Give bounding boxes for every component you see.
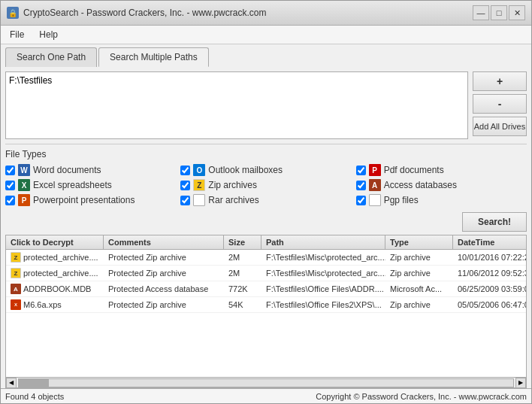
minimize-button[interactable]: — (473, 5, 489, 20)
found-objects-label: Found 4 objects (5, 392, 64, 401)
zip-label: Zip archives (208, 180, 257, 190)
add-all-drives-button[interactable]: Add All Drives (473, 117, 527, 136)
rar-icon (193, 194, 205, 206)
cell-type-0: Zip archive (385, 250, 453, 265)
close-button[interactable]: ✕ (509, 5, 525, 20)
checkbox-access[interactable] (356, 181, 366, 190)
row-icon-0: Z (11, 252, 21, 263)
header-size[interactable]: Size (224, 235, 261, 249)
table-row[interactable]: Z protected_archive.... Protected Zip ar… (6, 266, 526, 281)
table-row[interactable]: A ADDRBOOK.MDB Protected Access database… (6, 281, 526, 297)
checkbox-zip[interactable] (180, 181, 190, 190)
checkbox-excel[interactable] (5, 181, 15, 190)
main-content: F:\Testfiles + - Add All Drives File Typ… (1, 67, 531, 388)
pgp-label: Pgp files (384, 195, 419, 205)
filetype-pdf: P Pdf documents (356, 164, 527, 176)
maximize-button[interactable]: □ (491, 5, 507, 20)
header-type[interactable]: Type (385, 235, 453, 249)
cell-name-3: X M6.6a.xps (6, 297, 104, 312)
cell-comments-3: Protected Zip archive (104, 297, 224, 312)
title-bar: 🔒 CryptoSearch - Password Crackers, Inc.… (1, 1, 531, 26)
scrollbar-track[interactable] (18, 378, 514, 387)
cell-type-3: Zip archive (385, 297, 453, 312)
checkbox-outlook[interactable] (180, 166, 190, 175)
checkbox-pdf[interactable] (356, 166, 366, 175)
menu-bar: File Help (1, 26, 531, 44)
access-label: Access databases (384, 180, 457, 190)
tab-search-multiple-paths[interactable]: Search Multiple Paths (98, 47, 209, 67)
remove-path-button[interactable]: - (473, 94, 527, 114)
filetypes-grid: W Word documents O Outlook mailboxes P P… (5, 164, 527, 206)
filetype-outlook: O Outlook mailboxes (180, 164, 351, 176)
cell-comments-1: Protected Zip archive (104, 266, 224, 281)
filetype-rar: Rar archives (180, 194, 351, 206)
copyright-label: Copyright © Password Crackers, Inc. - ww… (316, 392, 527, 401)
scroll-left-arrow[interactable]: ◀ (6, 378, 17, 388)
window-title: CryptoSearch - Password Crackers, Inc. -… (23, 8, 473, 18)
header-click-decrypt[interactable]: Click to Decrypt (6, 235, 104, 249)
path-textarea[interactable]: F:\Testfiles (5, 71, 468, 139)
results-area: Click to Decrypt Comments Size Path Type… (5, 235, 527, 388)
cell-datetime-2: 06/25/2009 03:59:00 (453, 281, 526, 296)
add-path-button[interactable]: + (473, 71, 527, 91)
excel-label: Excel spreadsheets (33, 180, 112, 190)
filetype-zip: Z Zip archives (180, 179, 351, 191)
checkbox-rar[interactable] (180, 196, 190, 205)
cell-size-0: 2M (224, 250, 261, 265)
cell-size-2: 772K (224, 281, 261, 296)
cell-comments-2: Protected Access database (104, 281, 224, 296)
menu-file[interactable]: File (4, 27, 30, 42)
row-icon-2: A (11, 284, 21, 294)
checkbox-pgp[interactable] (356, 196, 366, 205)
path-buttons: + - Add All Drives (473, 71, 527, 139)
results-body: Z protected_archive.... Protected Zip ar… (6, 250, 526, 377)
cell-comments-0: Protected Zip archive (104, 250, 224, 265)
outlook-icon: O (193, 164, 205, 176)
ppt-label: Powerpoint presentations (33, 195, 135, 205)
search-button[interactable]: Search! (462, 212, 527, 232)
scroll-right-arrow[interactable]: ▶ (515, 378, 526, 388)
cell-type-1: Zip archive (385, 266, 453, 281)
row-icon-3: X (11, 299, 21, 310)
cell-size-3: 54K (224, 297, 261, 312)
word-label: Word documents (33, 165, 101, 175)
tab-search-one-path[interactable]: Search One Path (5, 47, 97, 67)
header-datetime[interactable]: DateTime (453, 235, 526, 249)
access-icon: A (369, 179, 381, 191)
pgp-icon (369, 194, 381, 206)
cell-datetime-0: 10/01/2016 07:22:20 (453, 250, 526, 265)
menu-help[interactable]: Help (33, 27, 64, 42)
word-icon: W (18, 164, 30, 176)
main-window: 🔒 CryptoSearch - Password Crackers, Inc.… (0, 0, 532, 404)
header-path[interactable]: Path (261, 235, 385, 249)
table-row[interactable]: Z protected_archive.... Protected Zip ar… (6, 250, 526, 266)
cell-path-3: F:\Testfiles\Office Files2\XPS\... (261, 297, 385, 312)
cell-path-1: F:\Testfiles\Misc\protected_arc.... (261, 266, 385, 281)
filetype-access: A Access databases (356, 179, 527, 191)
cell-name-2: A ADDRBOOK.MDB (6, 281, 104, 296)
cell-name-1: Z protected_archive.... (6, 266, 104, 281)
pdf-icon: P (369, 164, 381, 176)
search-area: F:\Testfiles + - Add All Drives (5, 67, 527, 144)
checkbox-word[interactable] (5, 166, 15, 175)
cell-size-1: 2M (224, 266, 261, 281)
row-icon-1: Z (11, 268, 21, 278)
cell-path-2: F:\Testfiles\Office Files\ADDR.... (261, 281, 385, 296)
cell-name-0: Z protected_archive.... (6, 250, 104, 265)
scrollbar-thumb[interactable] (19, 379, 49, 387)
cell-type-2: Microsoft Ac... (385, 281, 453, 296)
table-row[interactable]: X M6.6a.xps Protected Zip archive 54K F:… (6, 297, 526, 313)
filetype-pgp: Pgp files (356, 194, 527, 206)
filetypes-section: File Types W Word documents O Outlook ma… (5, 144, 527, 209)
outlook-label: Outlook mailboxes (208, 165, 283, 175)
cell-datetime-3: 05/05/2006 06:47:02 (453, 297, 526, 312)
filetypes-title: File Types (5, 149, 527, 159)
checkbox-ppt[interactable] (5, 196, 15, 205)
search-btn-row: Search! (5, 209, 527, 235)
filetype-word: W Word documents (5, 164, 176, 176)
filetype-excel: X Excel spreadsheets (5, 179, 176, 191)
horizontal-scrollbar[interactable]: ◀ ▶ (6, 377, 526, 387)
status-bar: Found 4 objects Copyright © Password Cra… (1, 388, 531, 403)
header-comments[interactable]: Comments (104, 235, 224, 249)
cell-path-0: F:\Testfiles\Misc\protected_arc.... (261, 250, 385, 265)
